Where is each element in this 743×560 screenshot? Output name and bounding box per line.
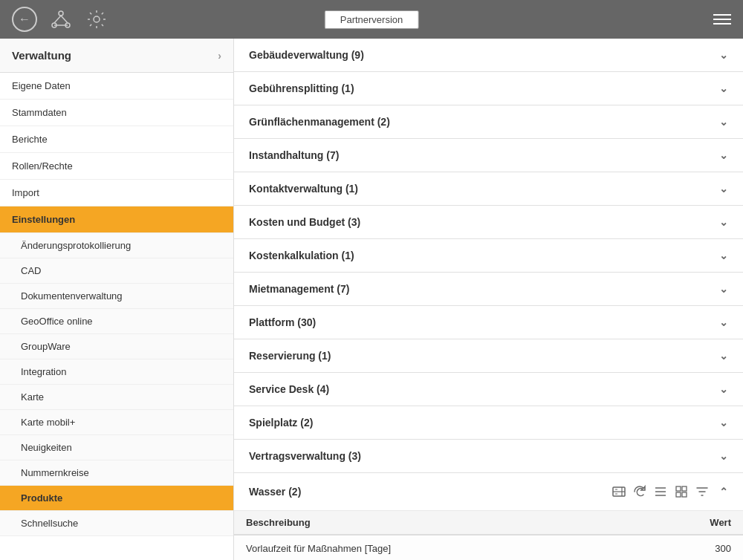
accordion-header-wasser[interactable]: Wasser (2) <box>234 473 743 511</box>
accordion-header-gebaeudeverwaltung[interactable]: Gebäudeverwaltung (9) ⌄ <box>234 39 743 71</box>
svg-line-3 <box>54 16 61 23</box>
svg-point-0 <box>59 11 63 16</box>
accordion-label-spielplatz: Spielplatz (2) <box>249 417 313 429</box>
sidebar-item-rollen-rechte[interactable]: Rollen/Rechte <box>0 153 233 180</box>
network-button[interactable] <box>49 7 73 31</box>
grid-icon[interactable] <box>673 484 690 500</box>
svg-point-6 <box>94 16 100 22</box>
hamburger-line-1 <box>713 14 731 16</box>
sidebar-item-schnellsuche[interactable]: Schnellsuche <box>0 511 233 536</box>
chevron-down-icon: ⌄ <box>719 417 728 429</box>
accordion-label-mietmanagement: Mietmanagement (7) <box>249 283 349 295</box>
accordion-header-kontaktverwaltung[interactable]: Kontaktverwaltung (1) ⌄ <box>234 172 743 205</box>
wasser-table-container: Beschreibung Wert Vorlaufzeit für Maßnah… <box>234 511 743 560</box>
sidebar-item-aenderungsprotokollierung[interactable]: Änderungsprotokollierung <box>0 233 233 258</box>
accordion-header-mietmanagement[interactable]: Mietmanagement (7) ⌄ <box>234 273 743 305</box>
sidebar-item-cad[interactable]: CAD <box>0 258 233 284</box>
accordion-gruenflaechen: Grünflächenmanagement (2) ⌄ <box>234 105 743 139</box>
accordion-plattform: Plattform (30) ⌄ <box>234 306 743 339</box>
sidebar-item-nummernkreise[interactable]: Nummernkreise <box>0 460 233 486</box>
sidebar-item-geooffice-online[interactable]: GeoOffice online <box>0 309 233 334</box>
sidebar-item-import[interactable]: Import <box>0 180 233 206</box>
accordion-label-instandhaltung: Instandhaltung (7) <box>249 149 339 161</box>
accordion-service-desk: Service Desk (4) ⌄ <box>234 373 743 406</box>
add-row-icon[interactable] <box>611 484 627 500</box>
accordion-header-service-desk[interactable]: Service Desk (4) ⌄ <box>234 373 743 406</box>
sidebar-item-einstellungen[interactable]: Einstellungen <box>0 206 233 233</box>
svg-rect-14 <box>682 486 687 491</box>
back-button[interactable]: ← <box>12 7 37 32</box>
header: ← Partnerversion <box>0 0 743 39</box>
settings-button[interactable] <box>85 7 108 31</box>
accordion-label-gruenflaechen: Grünflächenmanagement (2) <box>249 116 390 128</box>
accordion-label-kontaktverwaltung: Kontaktverwaltung (1) <box>249 183 358 195</box>
filter-icon[interactable] <box>694 484 710 500</box>
accordion-kontaktverwaltung: Kontaktverwaltung (1) ⌄ <box>234 172 743 206</box>
accordion-kostenkalkulation: Kostenkalkulation (1) ⌄ <box>234 239 743 273</box>
content-area: Gebäudeverwaltung (9) ⌄ Gebührensplittin… <box>234 39 743 560</box>
accordion-spielplatz: Spielplatz (2) ⌄ <box>234 406 743 440</box>
chevron-down-icon: ⌄ <box>719 283 728 295</box>
sidebar-item-karte[interactable]: Karte <box>0 385 233 410</box>
menu-button[interactable] <box>713 14 731 25</box>
chevron-down-icon: ⌄ <box>719 216 728 228</box>
sidebar-item-stammdaten[interactable]: Stammdaten <box>0 100 233 126</box>
refresh-icon[interactable] <box>632 484 648 500</box>
accordion-gebaeudeverwaltung: Gebäudeverwaltung (9) ⌄ <box>234 39 743 72</box>
header-left: ← <box>12 7 108 32</box>
accordion-header-gebuehrensplitting[interactable]: Gebührensplitting (1) ⌄ <box>234 72 743 105</box>
accordion-label-gebuehrensplitting: Gebührensplitting (1) <box>249 82 354 94</box>
accordion-label-reservierung: Reservierung (1) <box>249 350 331 362</box>
accordion-label-gebaeudeverwaltung: Gebäudeverwaltung (9) <box>249 49 364 61</box>
accordion-wasser: Wasser (2) <box>234 473 743 560</box>
accordion-label-vertragsverwaltung: Vertragsverwaltung (3) <box>249 450 361 462</box>
gear-icon <box>86 9 107 30</box>
accordion-header-kostenkalkulation[interactable]: Kostenkalkulation (1) ⌄ <box>234 239 743 272</box>
col-wert: Wert <box>655 511 743 535</box>
accordion-vertragsverwaltung: Vertragsverwaltung (3) ⌄ <box>234 440 743 473</box>
network-icon <box>51 9 71 30</box>
list-icon[interactable] <box>652 484 669 500</box>
accordion-header-gruenflaechen[interactable]: Grünflächenmanagement (2) ⌄ <box>234 105 743 138</box>
partner-version: Partnerversion <box>325 10 419 29</box>
chevron-down-icon: ⌄ <box>719 316 728 328</box>
accordion-header-instandhaltung[interactable]: Instandhaltung (7) ⌄ <box>234 139 743 172</box>
toolbar-icons <box>611 484 710 500</box>
chevron-down-icon: ⌄ <box>719 116 728 128</box>
sidebar-item-dokumentenverwaltung[interactable]: Dokumentenverwaltung <box>0 284 233 309</box>
accordion-mietmanagement: Mietmanagement (7) ⌄ <box>234 273 743 306</box>
svg-line-4 <box>61 16 68 23</box>
accordion-reservierung: Reservierung (1) ⌄ <box>234 339 743 373</box>
back-icon: ← <box>19 13 30 26</box>
sidebar-item-karte-mobil[interactable]: Karte mobil+ <box>0 410 233 435</box>
chevron-down-icon: ⌄ <box>719 183 728 195</box>
sidebar-item-produkte[interactable]: Produkte <box>0 486 233 511</box>
sidebar-item-eigene-daten[interactable]: Eigene Daten <box>0 73 233 100</box>
wasser-table: Beschreibung Wert Vorlaufzeit für Maßnah… <box>234 511 743 560</box>
sidebar-item-integration[interactable]: Integration <box>0 359 233 385</box>
chevron-down-icon: ⌄ <box>719 350 728 362</box>
accordion-header-spielplatz[interactable]: Spielplatz (2) ⌄ <box>234 406 743 439</box>
accordion-label-plattform: Plattform (30) <box>249 316 316 328</box>
accordion-header-reservierung[interactable]: Reservierung (1) ⌄ <box>234 339 743 372</box>
accordion-header-vertragsverwaltung[interactable]: Vertragsverwaltung (3) ⌄ <box>234 440 743 472</box>
accordion-header-kosten-budget[interactable]: Kosten und Budget (3) ⌄ <box>234 206 743 238</box>
sidebar-item-berichte[interactable]: Berichte <box>0 126 233 153</box>
sidebar-title: Verwaltung <box>12 49 71 62</box>
chevron-down-icon: ⌄ <box>719 149 728 161</box>
chevron-down-icon: ⌄ <box>719 450 728 462</box>
chevron-down-icon: ⌄ <box>719 383 728 395</box>
hamburger-line-3 <box>713 23 731 25</box>
sidebar-header[interactable]: Verwaltung › <box>0 39 233 73</box>
table-header-row: Beschreibung Wert <box>234 511 743 535</box>
accordion-label-wasser: Wasser (2) <box>249 486 301 498</box>
accordion-kosten-budget: Kosten und Budget (3) ⌄ <box>234 206 743 239</box>
cell-beschreibung: Vorlaufzeit für Maßnahmen [Tage] <box>234 535 655 560</box>
chevron-right-icon: › <box>218 50 221 62</box>
sidebar-item-neuigkeiten[interactable]: Neuigkeiten <box>0 435 233 460</box>
table-row: Vorlaufzeit für Maßnahmen [Tage]300 <box>234 535 743 560</box>
accordion-header-plattform[interactable]: Plattform (30) ⌄ <box>234 306 743 339</box>
partner-badge: Partnerversion <box>325 10 419 29</box>
sidebar-item-groupware[interactable]: GroupWare <box>0 334 233 359</box>
main-container: Verwaltung › Eigene Daten Stammdaten Ber… <box>0 39 743 560</box>
